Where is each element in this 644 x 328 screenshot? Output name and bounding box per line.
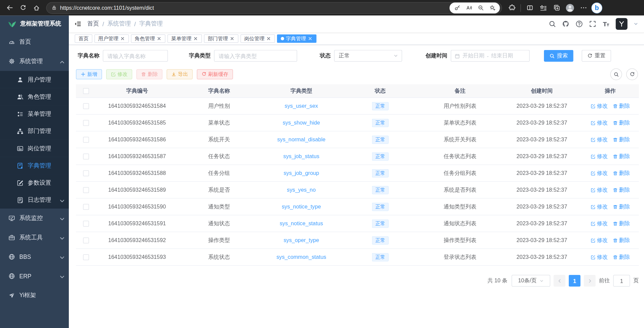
user-logo[interactable] — [616, 18, 628, 30]
delete-button[interactable]: 删除 — [136, 69, 163, 79]
close-icon[interactable] — [308, 36, 313, 41]
row-edit-button[interactable]: 修改 — [591, 186, 608, 194]
row-checkbox[interactable] — [83, 120, 89, 126]
row-checkbox[interactable] — [83, 103, 89, 109]
address-bar[interactable]: https://ccnetcore.com:1101/system/dict — [46, 2, 502, 14]
sidebar-item-system[interactable]: 系统管理 — [0, 52, 69, 71]
zoom-out-icon[interactable] — [475, 3, 487, 13]
sidebar-item-log-mgmt[interactable]: 日志管理 — [0, 191, 69, 208]
github-icon[interactable] — [562, 20, 570, 28]
close-icon[interactable] — [156, 36, 162, 41]
sidebar-item-bbs[interactable]: BBS — [0, 247, 69, 267]
row-checkbox[interactable] — [83, 221, 89, 227]
sidebar-item-home[interactable]: 首页 — [0, 32, 69, 52]
dict-type-link[interactable]: sys_show_hide — [260, 120, 342, 126]
add-button[interactable]: 新增 — [76, 69, 102, 79]
tab-role[interactable]: 角色管理 — [131, 35, 166, 43]
dict-type-link[interactable]: sys_notice_status — [260, 220, 342, 227]
tab-dept[interactable]: 部门管理 — [204, 35, 239, 43]
row-checkbox[interactable] — [83, 254, 89, 261]
row-edit-button[interactable]: 修改 — [591, 119, 608, 127]
edit-button[interactable]: 修改 — [106, 69, 132, 79]
dict-type-link[interactable]: sys_normal_disable — [260, 136, 342, 143]
row-edit-button[interactable]: 修改 — [591, 152, 608, 160]
sidebar-item-user-mgmt[interactable]: 用户管理 — [0, 71, 69, 88]
row-delete-button[interactable]: 删除 — [613, 186, 630, 194]
row-delete-button[interactable]: 删除 — [613, 136, 630, 143]
close-icon[interactable] — [266, 36, 271, 41]
sidebar-item-menu-mgmt[interactable]: 菜单管理 — [0, 105, 69, 123]
sidebar-item-erp[interactable]: ERP — [0, 267, 69, 286]
current-page[interactable]: 1 — [569, 275, 581, 287]
row-delete-button[interactable]: 删除 — [613, 253, 630, 261]
goto-page-input[interactable] — [613, 275, 630, 287]
row-delete-button[interactable]: 删除 — [613, 203, 630, 210]
row-edit-button[interactable]: 修改 — [591, 253, 608, 261]
next-page-button[interactable] — [584, 275, 596, 287]
dict-type-link[interactable]: sys_oper_type — [260, 237, 342, 243]
dict-name-input[interactable] — [103, 50, 168, 62]
tab-home[interactable]: 首页 — [75, 35, 93, 43]
row-edit-button[interactable]: 修改 — [591, 236, 608, 244]
profile-avatar[interactable] — [564, 1, 577, 14]
app-logo[interactable]: 意框架管理系统 — [0, 15, 69, 32]
sidebar-item-post-mgmt[interactable]: 岗位管理 — [0, 140, 69, 157]
row-delete-button[interactable]: 删除 — [613, 220, 630, 227]
status-select[interactable]: 正常 — [334, 50, 402, 62]
home-icon[interactable] — [30, 1, 43, 14]
sidebar-item-param-settings[interactable]: 参数设置 — [0, 174, 69, 191]
sidebar-item-yi-framework[interactable]: Yi框架 — [0, 286, 69, 305]
row-delete-button[interactable]: 删除 — [613, 152, 630, 160]
close-icon[interactable] — [193, 36, 198, 41]
row-checkbox[interactable] — [83, 171, 89, 177]
fullscreen-icon[interactable] — [589, 20, 597, 28]
page-size-select[interactable]: 10条/页 — [512, 275, 550, 287]
tab-menu[interactable]: 菜单管理 — [168, 35, 202, 43]
refresh-icon[interactable] — [17, 1, 30, 14]
row-edit-button[interactable]: 修改 — [591, 203, 608, 210]
bing-discover-icon[interactable]: b — [591, 1, 603, 14]
select-all-checkbox[interactable] — [83, 88, 89, 94]
url-text[interactable]: https://ccnetcore.com:1101/system/dict — [60, 5, 450, 11]
row-delete-button[interactable]: 删除 — [613, 102, 630, 110]
close-icon[interactable] — [120, 36, 125, 41]
collections-icon[interactable] — [550, 1, 563, 14]
chevron-down-icon[interactable] — [633, 21, 638, 27]
row-checkbox[interactable] — [83, 154, 89, 160]
export-button[interactable]: 导出 — [167, 69, 193, 79]
row-edit-button[interactable]: 修改 — [591, 220, 608, 227]
close-icon[interactable] — [230, 36, 235, 41]
font-size-icon[interactable] — [602, 20, 610, 28]
sidebar-item-monitor[interactable]: 系统监控 — [0, 208, 69, 228]
split-screen-icon[interactable] — [523, 1, 536, 14]
row-edit-button[interactable]: 修改 — [591, 169, 608, 177]
row-checkbox[interactable] — [83, 187, 89, 193]
help-icon[interactable] — [576, 20, 583, 28]
breadcrumb-home[interactable]: 首页 — [87, 20, 99, 28]
dict-type-link[interactable]: sys_yes_no — [260, 187, 342, 193]
search-button[interactable]: 搜索 — [544, 50, 573, 62]
sidebar-item-dict-mgmt[interactable]: 字典管理 — [0, 157, 69, 174]
prev-page-button[interactable] — [554, 275, 565, 287]
sidebar-item-tools[interactable]: 系统工具 — [0, 228, 69, 247]
dict-type-link[interactable]: sys_notice_type — [260, 203, 342, 210]
tab-dict[interactable]: 字典管理 — [277, 35, 317, 43]
refresh-cache-button[interactable]: 刷新缓存 — [197, 69, 233, 79]
tab-post[interactable]: 岗位管理 — [240, 35, 275, 43]
add-favorite-icon[interactable] — [487, 3, 498, 13]
favorites-bar-icon[interactable] — [537, 1, 550, 14]
row-edit-button[interactable]: 修改 — [591, 136, 608, 143]
header-search-icon[interactable] — [549, 20, 556, 28]
row-delete-button[interactable]: 删除 — [613, 236, 630, 244]
row-checkbox[interactable] — [83, 238, 89, 244]
row-delete-button[interactable]: 删除 — [613, 119, 630, 127]
dict-type-link[interactable]: sys_common_status — [260, 254, 342, 260]
dict-type-input[interactable] — [214, 50, 297, 62]
tab-user[interactable]: 用户管理 — [94, 35, 129, 43]
dict-type-link[interactable]: sys_job_status — [260, 153, 342, 159]
extensions-icon[interactable] — [505, 1, 518, 14]
dict-type-link[interactable]: sys_user_sex — [260, 103, 342, 109]
read-aloud-icon[interactable] — [463, 3, 475, 13]
menu-fold-icon[interactable] — [74, 20, 82, 28]
sidebar-item-dept-mgmt[interactable]: 部门管理 — [0, 123, 69, 140]
